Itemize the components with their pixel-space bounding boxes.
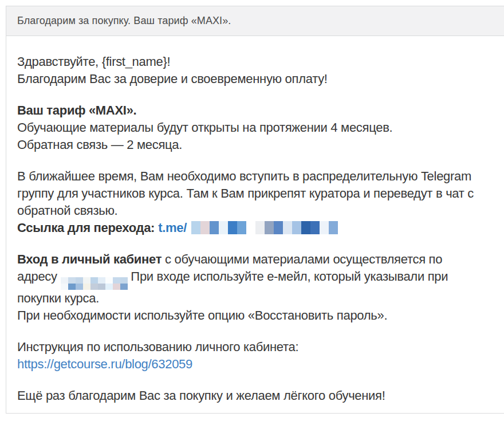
getcourse-instructions-link[interactable]: https://getcourse.ru/blog/632059 xyxy=(17,357,192,371)
subject-bar: Благодарим за покупку. Ваш тариф «MAXI». xyxy=(6,6,504,36)
closing-paragraph: Ещё раз благодарим Вас за покупку и жела… xyxy=(17,387,493,404)
subject-text: Благодарим за покупку. Ваш тариф «MAXI». xyxy=(17,15,231,27)
greeting-paragraph: Здравствуйте, {first_name}! Благодарим В… xyxy=(17,53,493,88)
account-line2-rest: При входе используйте е-мейл, который ук… xyxy=(128,269,448,284)
account-line2-prefix: адресу xyxy=(17,269,61,284)
instructions-paragraph: Инструкция по использованию личного каби… xyxy=(17,339,493,373)
email-body: Здравствуйте, {first_name}! Благодарим В… xyxy=(6,36,504,414)
account-line1-rest: с обучающими материалами осуществляется … xyxy=(162,252,442,266)
telegram-link-prefix[interactable]: t.me/ xyxy=(158,221,187,235)
account-line4: При необходимости используйте опцию «Вос… xyxy=(17,308,387,322)
telegram-text: В ближайшее время, Вам необходимо вступи… xyxy=(17,169,474,218)
tariff-title: Ваш тариф «MAXI». xyxy=(17,103,136,117)
account-paragraph: Вход в личный кабинет с обучающими матер… xyxy=(17,251,493,324)
redacted-account-url xyxy=(61,277,128,290)
telegram-paragraph: В ближайшее время, Вам необходимо вступи… xyxy=(17,168,493,237)
redacted-telegram-link-part2 xyxy=(255,221,338,234)
telegram-link-label: Ссылка для перехода: xyxy=(17,221,155,235)
tariff-details: Обучающие материалы будут открыты на про… xyxy=(17,120,392,152)
email-preview-card: Благодарим за покупку. Ваш тариф «MAXI».… xyxy=(6,6,504,414)
instructions-label: Инструкция по использованию личного каби… xyxy=(17,340,298,354)
redacted-telegram-link-part1 xyxy=(191,221,246,234)
account-line3: покупки курса. xyxy=(17,291,99,305)
account-title: Вход в личный кабинет xyxy=(17,252,162,266)
tariff-paragraph: Ваш тариф «MAXI».Обучающие материалы буд… xyxy=(17,102,493,154)
